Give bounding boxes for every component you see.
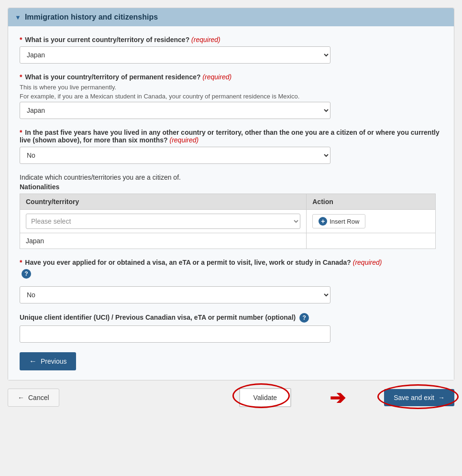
q3-select[interactable]: No — [20, 147, 330, 164]
q2-group: * What is your country/territory of perm… — [20, 73, 442, 119]
previous-button[interactable]: ← Previous — [20, 352, 76, 370]
nationalities-header-row: Country/territory Action — [20, 194, 436, 210]
q4-select[interactable]: No — [20, 286, 330, 303]
q4-help-icon[interactable]: ? — [22, 269, 31, 279]
q5-input[interactable] — [20, 325, 330, 343]
nationalities-action-cell: + Insert Row — [307, 210, 436, 233]
q1-group: * What is your current country/territory… — [20, 36, 442, 64]
q1-required-star: * — [20, 36, 22, 43]
nationalities-japan-cell: Japan — [20, 233, 307, 249]
section-card: ▼ Immigration history and citizenships *… — [8, 8, 454, 380]
q1-label-text: What is your current country/territory o… — [25, 36, 189, 43]
q4-label: * Have you ever applied for or obtained … — [20, 259, 442, 266]
bottom-bar: ← Cancel Validate ➔ Save and exit → — [8, 380, 454, 415]
q2-required-text: (required) — [202, 73, 231, 81]
q3-required-star: * — [20, 129, 22, 136]
cancel-button[interactable]: ← Cancel — [8, 389, 59, 407]
q4-label-text: Have you ever applied for or obtained a … — [25, 259, 351, 266]
nationalities-instruction: Indicate which countries/territories you… — [20, 173, 442, 181]
q5-help-icon[interactable]: ? — [299, 313, 309, 323]
nationalities-country-select[interactable]: Please select — [26, 214, 300, 229]
q5-group: Unique client identifier (UCI) / Previou… — [20, 313, 442, 343]
cancel-label: Cancel — [28, 394, 49, 401]
nationalities-japan-row: Japan — [20, 233, 436, 249]
insert-row-button[interactable]: + Insert Row — [312, 214, 365, 228]
q2-label: * What is your country/territory of perm… — [20, 73, 442, 81]
cancel-arrow-icon: ← — [18, 394, 24, 401]
q3-label: * In the past five years have you lived … — [20, 129, 442, 144]
q2-label-text: What is your country/territory of perman… — [25, 73, 200, 81]
previous-arrow-icon: ← — [29, 357, 37, 366]
previous-label: Previous — [41, 357, 66, 365]
q3-label-text: In the past five years have you lived in… — [20, 129, 440, 144]
section-collapse-icon[interactable]: ▼ — [15, 14, 21, 21]
q5-label: Unique client identifier (UCI) / Previou… — [20, 313, 442, 323]
q2-help2: For example, if you are a Mexican studen… — [20, 93, 442, 100]
q4-required-text: (required) — [353, 259, 382, 266]
nationalities-japan-action-cell — [307, 233, 436, 249]
q2-select[interactable]: Japan — [20, 102, 330, 119]
section-title: Immigration history and citizenships — [25, 13, 158, 22]
insert-row-label: Insert Row — [330, 218, 359, 225]
bottom-center-actions: Validate ➔ Save and exit → — [239, 388, 454, 407]
q5-label-text: Unique client identifier (UCI) / Previou… — [20, 314, 296, 321]
insert-row-icon: + — [319, 217, 327, 226]
q4-group: * Have you ever applied for or obtained … — [20, 259, 442, 303]
validate-button[interactable]: Validate — [239, 388, 292, 407]
form-actions: ← Previous — [20, 352, 442, 370]
q1-select[interactable]: Japan — [20, 46, 330, 64]
q2-required-star: * — [20, 73, 22, 81]
red-arrow-decoration: ➔ — [330, 388, 346, 407]
q2-help1: This is where you live permanently. — [20, 84, 442, 91]
section-body: * What is your current country/territory… — [8, 26, 454, 380]
nationalities-table: Country/territory Action Please select — [20, 194, 436, 249]
save-exit-label: Save and exit — [394, 394, 434, 401]
save-exit-arrow-icon: → — [438, 394, 445, 401]
q3-group: * In the past five years have you lived … — [20, 129, 442, 164]
q1-required-text: (required) — [191, 36, 220, 43]
validate-label: Validate — [253, 394, 277, 401]
col-action-header: Action — [307, 194, 436, 210]
page-wrapper: ▼ Immigration history and citizenships *… — [0, 0, 462, 476]
col-country-header: Country/territory — [20, 194, 307, 210]
section-header: ▼ Immigration history and citizenships — [8, 8, 454, 26]
save-exit-button[interactable]: Save and exit → — [384, 389, 454, 406]
save-exit-wrapper: Save and exit → — [384, 389, 454, 406]
q4-required-star: * — [20, 259, 22, 266]
q3-required-text: (required) — [170, 136, 199, 144]
q1-label: * What is your current country/territory… — [20, 36, 442, 43]
nationalities-sublabel: Nationalities — [20, 183, 442, 191]
nationalities-section: Indicate which countries/territories you… — [20, 173, 442, 249]
validate-wrapper: Validate — [239, 388, 292, 407]
nationalities-country-cell: Please select — [20, 210, 307, 233]
nationalities-input-row: Please select + Insert Row — [20, 210, 436, 233]
